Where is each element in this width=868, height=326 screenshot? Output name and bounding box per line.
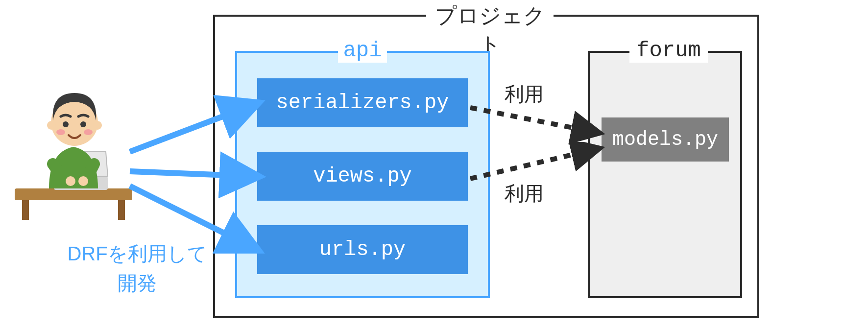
- api-file-urls: urls.py: [257, 225, 468, 274]
- arrow-dev-to-serializers: [130, 78, 262, 159]
- svg-point-4: [66, 176, 75, 186]
- api-file-serializers: serializers.py: [257, 78, 468, 127]
- svg-point-10: [80, 121, 86, 127]
- usage-label-bottom: 利用: [505, 180, 544, 207]
- forum-box-label: forum: [629, 38, 708, 63]
- api-file-views: views.py: [257, 152, 468, 201]
- svg-rect-1: [22, 200, 29, 220]
- forum-file-models: models.py: [602, 117, 729, 162]
- svg-line-13: [130, 105, 252, 152]
- svg-rect-2: [118, 200, 125, 220]
- usage-label-top: 利用: [505, 81, 544, 108]
- svg-point-8: [93, 121, 102, 130]
- svg-point-9: [63, 121, 69, 127]
- forum-app-box: [588, 51, 742, 298]
- svg-point-5: [78, 176, 88, 186]
- developer-illustration: [10, 78, 137, 220]
- svg-rect-0: [15, 188, 132, 200]
- svg-point-7: [47, 121, 56, 130]
- drf-caption-line2: 開発: [118, 272, 157, 294]
- svg-point-12: [84, 129, 93, 135]
- svg-line-17: [470, 149, 595, 179]
- drf-caption-line1: DRFを利用して: [67, 243, 207, 264]
- svg-line-15: [130, 186, 252, 247]
- svg-line-14: [130, 171, 252, 176]
- api-box-label: api: [338, 38, 387, 63]
- drf-caption: DRFを利用して 開発: [64, 239, 211, 298]
- svg-line-16: [470, 108, 595, 132]
- svg-point-11: [56, 129, 65, 135]
